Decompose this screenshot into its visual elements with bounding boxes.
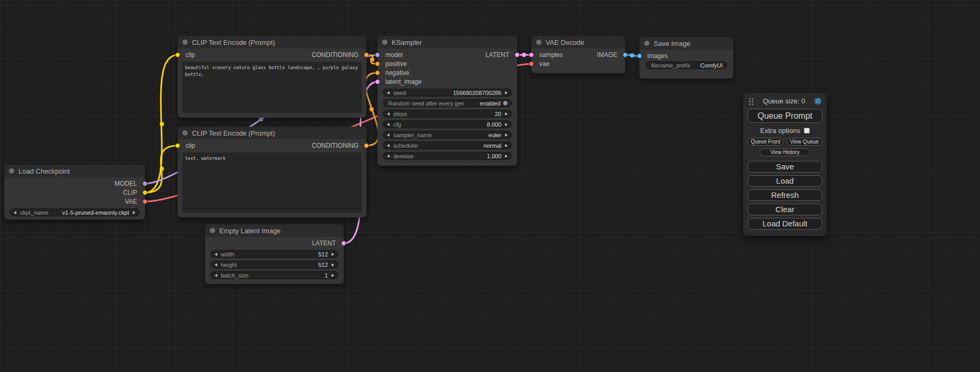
output-port-model[interactable] [142,181,148,186]
widget-value: 1 [325,272,328,279]
decrement-arrow-icon[interactable] [215,253,217,256]
widget-sampler-name[interactable]: sampler_name euler [383,131,512,139]
increment-arrow-icon[interactable] [332,263,334,266]
widget-label: width [221,251,235,257]
node-header[interactable]: Load Checkpoint [4,165,145,177]
decrement-arrow-icon[interactable] [215,274,217,277]
widget-width[interactable]: width 512 [210,250,338,258]
toggle-knob-icon[interactable] [503,101,508,106]
widget-value: ComfyUI [700,62,723,69]
increment-arrow-icon[interactable] [332,274,334,277]
node-empty-latent-image[interactable]: Empty Latent Image LATENT width 512 heig… [205,224,344,284]
output-port-conditioning[interactable] [364,52,369,58]
decrement-arrow-icon[interactable] [387,91,390,94]
prompt-textarea[interactable]: text, watermark [182,152,362,213]
output-port-clip[interactable] [142,190,148,195]
node-load-checkpoint[interactable]: Load Checkpoint MODEL CLIP VAE ckpt_name… [4,165,145,220]
refresh-button[interactable]: Refresh [748,189,822,201]
queue-front-button[interactable]: Queue Front [748,138,784,146]
node-header[interactable]: Empty Latent Image [205,224,344,237]
node-title: Empty Latent Image [219,227,280,235]
view-queue-button[interactable]: View Queue [787,138,823,146]
widget-value: 512 [318,251,328,257]
node-header[interactable]: VAE Decode [531,36,625,49]
output-port-conditioning[interactable] [364,143,369,148]
increment-arrow-icon[interactable] [505,123,508,126]
node-collapse-dot-icon[interactable] [182,130,188,136]
increment-arrow-icon[interactable] [133,211,135,214]
widget-ckpt-name[interactable]: ckpt_name v1-5-pruned-emaonly.ckpt [9,208,140,216]
input-slot-positive: positive [377,59,517,68]
load-default-button[interactable]: Load Default [748,218,822,230]
decrement-arrow-icon[interactable] [387,123,390,126]
widget-value: 8.000 [487,121,501,128]
decrement-arrow-icon[interactable] [215,263,217,266]
widget-seed[interactable]: seed 156680208700286 [383,89,512,97]
node-collapse-dot-icon[interactable] [536,40,541,45]
node-ksampler[interactable]: KSampler LATENT model positive negative … [377,36,517,166]
widget-steps[interactable]: steps 20 [383,110,512,118]
save-button[interactable]: Save [748,161,822,173]
settings-gear-icon[interactable] [814,97,822,105]
widget-denoise[interactable]: denoise 1.000 [383,152,512,160]
clear-button[interactable]: Clear [748,204,822,215]
widget-label: seed [393,90,406,96]
node-clip-text-encode-negative[interactable]: CLIP Text Encode (Prompt) clip CONDITION… [178,127,366,217]
input-port-samples[interactable] [529,52,534,58]
node-collapse-dot-icon[interactable] [9,168,14,174]
node-header[interactable]: KSampler [377,36,517,49]
node-save-image[interactable]: Save Image images filename_prefix ComfyU… [639,37,733,79]
increment-arrow-icon[interactable] [505,144,508,147]
output-port-vae[interactable] [142,199,148,204]
node-header[interactable]: CLIP Text Encode (Prompt) [178,36,366,49]
increment-arrow-icon[interactable] [505,133,508,137]
prompt-textarea[interactable]: beautiful scenery nature glass bottle la… [182,62,362,113]
input-port-clip[interactable] [175,52,180,58]
widget-value: 20 [495,111,501,117]
decrement-arrow-icon[interactable] [387,155,390,158]
widget-batch-size[interactable]: batch_size 1 [210,271,338,279]
decrement-arrow-icon[interactable] [387,133,390,137]
node-collapse-dot-icon[interactable] [210,228,215,233]
queue-size-label: Queue size: 0 [756,97,811,105]
drag-handle-icon[interactable] [748,97,754,105]
node-title: Save Image [654,40,690,47]
input-port-latent-image[interactable] [375,79,380,84]
input-port-images[interactable] [637,53,642,59]
increment-arrow-icon[interactable] [332,253,334,256]
decrement-arrow-icon[interactable] [14,211,16,214]
node-header[interactable]: Save Image [639,37,733,50]
node-collapse-dot-icon[interactable] [382,40,387,45]
input-port-model[interactable] [375,52,380,58]
input-port-clip[interactable] [175,143,180,148]
node-collapse-dot-icon[interactable] [182,40,188,45]
node-vae-decode[interactable]: VAE Decode IMAGE samples vae [531,36,625,73]
node-collapse-dot-icon[interactable] [644,41,649,46]
input-port-positive[interactable] [375,61,380,66]
graph-canvas[interactable]: Load Checkpoint MODEL CLIP VAE ckpt_name… [0,0,980,372]
queue-prompt-button[interactable]: Queue Prompt [748,109,822,123]
output-port-latent[interactable] [341,241,346,246]
decrement-arrow-icon[interactable] [387,112,390,116]
input-port-negative[interactable] [375,70,380,75]
view-history-button[interactable]: View History [760,148,810,156]
widget-scheduler[interactable]: scheduler normal [383,141,512,149]
increment-arrow-icon[interactable] [505,155,508,158]
widget-label: height [221,262,237,268]
extra-options-checkbox[interactable] [804,128,810,133]
widget-random-seed-toggle[interactable]: Random seed after every gen enabled [383,99,512,107]
decrement-arrow-icon[interactable] [387,144,390,147]
widget-cfg[interactable]: cfg 8.000 [383,120,512,128]
load-button[interactable]: Load [748,175,822,187]
input-port-vae[interactable] [529,61,534,66]
node-clip-text-encode-positive[interactable]: CLIP Text Encode (Prompt) clip CONDITION… [178,36,366,118]
widget-height[interactable]: height 512 [210,261,338,269]
node-header[interactable]: CLIP Text Encode (Prompt) [178,127,366,139]
widget-value: normal [483,142,501,149]
increment-arrow-icon[interactable] [505,91,508,94]
slot-label: model [385,51,403,59]
widget-filename-prefix[interactable]: filename_prefix ComfyUI [646,61,727,69]
input-slot-samples: samples [531,50,625,59]
increment-arrow-icon[interactable] [505,112,508,116]
output-slot-latent: LATENT [205,239,344,247]
